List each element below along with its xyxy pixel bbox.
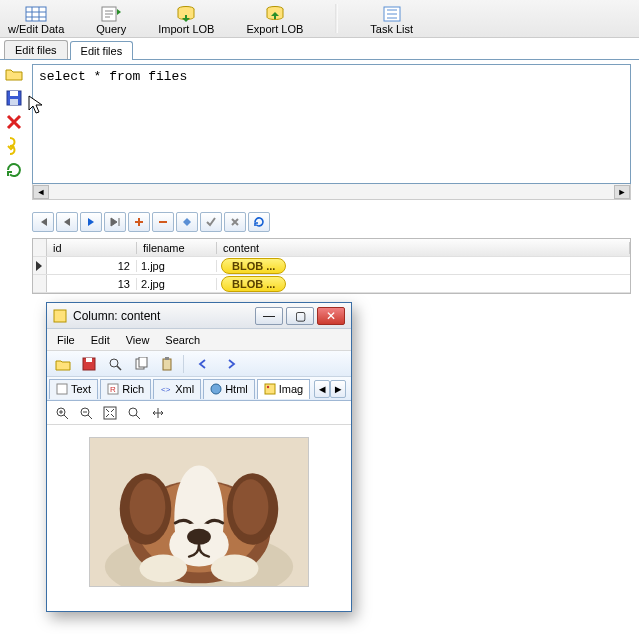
zoom-stretch-icon[interactable] (149, 404, 167, 422)
svg-point-18 (110, 359, 118, 367)
menu-file[interactable]: File (57, 334, 75, 346)
close-button[interactable]: ✕ (317, 307, 345, 325)
export-lob-label: Export LOB (246, 23, 303, 35)
tab-edit-files-2[interactable]: Edit files (70, 41, 134, 60)
toolbar-separator (335, 4, 338, 33)
tab-xml[interactable]: <>Xml (153, 379, 201, 399)
svg-point-30 (267, 386, 269, 388)
zoom-out-icon[interactable] (77, 404, 95, 422)
table-row[interactable]: 13 2.jpg BLOB ... (33, 275, 630, 293)
execute-icon[interactable] (4, 136, 24, 156)
import-lob-button[interactable]: Import LOB (154, 2, 218, 35)
current-row-icon (36, 261, 44, 271)
refresh-icon[interactable] (4, 160, 24, 180)
paste-icon[interactable] (157, 354, 177, 374)
col-header-id[interactable]: id (47, 242, 137, 254)
add-record-button[interactable] (128, 212, 150, 232)
dialog-menubar: File Edit View Search (47, 329, 351, 351)
sql-editor[interactable] (32, 64, 631, 184)
delete-icon[interactable] (4, 112, 24, 132)
table-row[interactable]: 12 1.jpg BLOB ... (33, 257, 630, 275)
tab-rich[interactable]: RRich (100, 379, 151, 399)
dialog-toolbar (47, 351, 351, 377)
zoom-toolbar (47, 401, 351, 425)
tab-html[interactable]: Html (203, 379, 255, 399)
tab-text[interactable]: Text (49, 379, 98, 399)
menu-edit[interactable]: Edit (91, 334, 110, 346)
tab-scroll-left-icon[interactable]: ◄ (314, 380, 330, 398)
cell-content: BLOB ... (217, 276, 630, 292)
svg-rect-14 (10, 99, 18, 105)
dialog-titlebar[interactable]: Column: content — ▢ ✕ (47, 303, 351, 329)
tab-scroll-right-icon[interactable]: ► (330, 380, 346, 398)
find-icon[interactable] (105, 354, 125, 374)
forward-icon[interactable] (220, 354, 240, 374)
svg-rect-0 (26, 7, 46, 21)
post-record-button[interactable] (200, 212, 222, 232)
back-icon[interactable] (194, 354, 214, 374)
query-button[interactable]: Query (92, 2, 130, 35)
cell-id: 12 (47, 260, 137, 272)
cell-id: 13 (47, 278, 137, 290)
import-lob-label: Import LOB (158, 23, 214, 35)
col-header-content[interactable]: content (217, 242, 630, 254)
blob-image-preview (89, 437, 309, 587)
next-record-button[interactable] (80, 212, 102, 232)
refresh-record-button[interactable] (248, 212, 270, 232)
edit-record-button[interactable] (176, 212, 198, 232)
svg-point-39 (129, 408, 137, 416)
svg-text:R: R (110, 385, 116, 394)
query-label: Query (96, 23, 126, 35)
svg-rect-38 (104, 407, 116, 419)
edit-data-button[interactable]: w/Edit Data (4, 2, 68, 35)
svg-rect-15 (54, 310, 66, 322)
svg-line-19 (117, 366, 121, 370)
svg-line-40 (136, 415, 140, 419)
dialog-title: Column: content (73, 309, 255, 323)
dialog-tabstrip: Text RRich <>Xml Html Imag ◄ ► (47, 377, 351, 401)
svg-point-48 (233, 479, 269, 534)
blob-button[interactable]: BLOB ... (221, 258, 286, 274)
last-record-button[interactable] (104, 212, 126, 232)
maximize-button[interactable]: ▢ (286, 307, 314, 325)
editor-tabstrip: Edit files Edit files (0, 38, 639, 60)
column-content-dialog: Column: content — ▢ ✕ File Edit View Sea… (46, 302, 352, 612)
svg-rect-24 (57, 384, 67, 394)
svg-rect-23 (165, 357, 169, 360)
copy-icon[interactable] (131, 354, 151, 374)
grid-header-row: id filename content (33, 239, 630, 257)
blob-button[interactable]: BLOB ... (221, 276, 286, 292)
prev-record-button[interactable] (56, 212, 78, 232)
first-record-button[interactable] (32, 212, 54, 232)
tab-edit-files-1[interactable]: Edit files (4, 40, 68, 59)
svg-line-32 (64, 415, 68, 419)
svg-rect-29 (265, 384, 275, 394)
sql-hscrollbar[interactable]: ◄► (32, 184, 631, 200)
task-list-button[interactable]: Task List (366, 2, 417, 35)
zoom-in-icon[interactable] (53, 404, 71, 422)
dialog-icon (53, 309, 67, 323)
svg-rect-22 (163, 359, 171, 370)
zoom-fit-icon[interactable] (101, 404, 119, 422)
image-canvas (47, 425, 351, 611)
export-lob-button[interactable]: Export LOB (242, 2, 307, 35)
svg-line-36 (88, 415, 92, 419)
svg-text:<>: <> (161, 385, 171, 394)
save-icon[interactable] (4, 88, 24, 108)
open-icon[interactable] (4, 64, 24, 84)
open-file-icon[interactable] (53, 354, 73, 374)
menu-view[interactable]: View (126, 334, 150, 346)
menu-search[interactable]: Search (165, 334, 200, 346)
svg-point-47 (130, 479, 166, 534)
mouse-cursor-icon (28, 95, 44, 115)
col-header-filename[interactable]: filename (137, 242, 217, 254)
minimize-button[interactable]: — (255, 307, 283, 325)
cancel-record-button[interactable] (224, 212, 246, 232)
delete-record-button[interactable] (152, 212, 174, 232)
zoom-actual-icon[interactable] (125, 404, 143, 422)
svg-point-28 (211, 384, 221, 394)
save-file-icon[interactable] (79, 354, 99, 374)
tab-image[interactable]: Imag (257, 379, 310, 399)
record-navbar (32, 210, 631, 234)
cell-filename: 1.jpg (137, 260, 217, 272)
